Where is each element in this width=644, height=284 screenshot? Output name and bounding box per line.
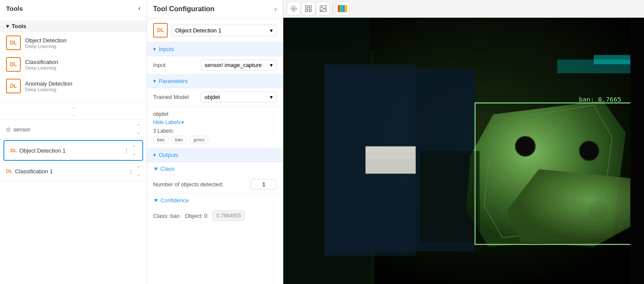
trained-model-chevron-icon: ▾ xyxy=(270,94,273,100)
pipeline-item-classification-1[interactable]: DL Classification 1 ⋮ ⌃⌄ xyxy=(0,162,147,181)
outputs-label: Outputs xyxy=(159,152,179,158)
labels-count: 3 Labels: xyxy=(153,128,277,134)
image-toolbar-button[interactable] xyxy=(316,2,330,16)
svg-rect-32 xyxy=(630,18,644,284)
sensor-row: ⊙ sensor ⌃⌄ xyxy=(0,119,147,139)
svg-rect-8 xyxy=(338,5,340,13)
tools-group-label: Tools xyxy=(12,23,26,29)
tool-selector-value: Object Detection 1 xyxy=(175,27,221,34)
svg-rect-11 xyxy=(345,5,348,13)
tools-section: ▾ Tools DL Object Detection Deep Learnin… xyxy=(0,17,147,100)
left-panel: Tools ‹ ▾ Tools DL Object Detection Deep… xyxy=(0,0,147,284)
confidence-triangle-icon: ▼ xyxy=(153,197,159,204)
input-chevron-icon: ▾ xyxy=(270,62,273,68)
tool-selector-dropdown[interactable]: Object Detection 1 ▾ xyxy=(171,25,277,36)
input-field-value[interactable]: sensor/ image_capture ▾ xyxy=(201,60,277,70)
inputs-label: Inputs xyxy=(159,46,174,52)
confidence-object-label: Object: 0 xyxy=(185,213,207,219)
toolbar-separator xyxy=(333,3,333,15)
input-field-text: sensor/ image_capture xyxy=(205,62,262,68)
pipeline-item-object-detection-1[interactable]: DL Object Detection 1 ⋮ ⌃⌄ xyxy=(3,140,143,161)
inputs-section-header[interactable]: ▾ Inputs xyxy=(147,42,283,56)
config-header: Tool Configuration ‹ xyxy=(147,0,283,19)
left-panel-title: Tools xyxy=(6,5,23,12)
confidence-value: 0.7664655 xyxy=(212,211,245,221)
svg-rect-28 xyxy=(366,161,415,172)
dl-badge-anomaly-detection: DL xyxy=(6,79,21,93)
hide-labels-chevron-icon: ▾ xyxy=(181,119,184,125)
trained-model-value[interactable]: objdet ▾ xyxy=(201,92,277,102)
robot-toolbar-button[interactable] xyxy=(287,2,301,16)
right-panel: ban: 0.7665 xyxy=(283,0,644,284)
sensor-info: ⊙ sensor xyxy=(6,126,30,133)
svg-point-20 xyxy=(579,141,599,161)
config-close-button[interactable]: ‹ xyxy=(275,5,277,13)
outputs-section-header[interactable]: ▾ Outputs xyxy=(147,148,283,162)
tool-info-anomaly-detection: Anomaly Detection Deep Learning xyxy=(25,80,72,92)
pipeline-item-actions-1: ⋮ ⌃⌄ xyxy=(124,144,136,156)
parameters-section-header[interactable]: ▾ Parameters xyxy=(147,74,283,88)
tool-name-object-detection: Object Detection xyxy=(25,37,67,44)
tool-item-classification[interactable]: DL Classification Deep Learning xyxy=(0,54,147,75)
pipeline-expand-2[interactable]: ⌃⌄ xyxy=(136,165,141,177)
detection-scene-svg: ban: 0.7665 xyxy=(283,18,644,284)
trained-model-label: Trained Model xyxy=(153,94,201,100)
tool-item-anomaly-detection[interactable]: DL Anomaly Detection Deep Learning xyxy=(0,75,147,97)
confidence-section: ▼ Confidence Class: ban Object: 0 0.7664… xyxy=(147,194,283,224)
sort-arrows-area xyxy=(0,104,147,119)
inputs-chevron-icon: ▾ xyxy=(153,46,156,52)
image-container: ban: 0.7665 xyxy=(283,18,644,284)
pipeline-item-name-2: Classification 1 xyxy=(15,168,128,175)
input-field-label: Input xyxy=(153,62,201,68)
svg-rect-5 xyxy=(309,10,311,12)
sort-arrows xyxy=(72,107,75,117)
config-dl-badge: DL xyxy=(153,23,168,38)
detection-label-text: ban: 0.7665 xyxy=(579,96,621,103)
dl-badge-object-detection: DL xyxy=(6,35,21,50)
tool-info-classification: Classification Deep Learning xyxy=(25,59,58,70)
tool-selector: DL Object Detection 1 ▾ xyxy=(147,19,283,42)
svg-rect-9 xyxy=(340,5,343,13)
label-tag-gmcc: gmcc xyxy=(189,136,208,144)
sensor-expand-arrows[interactable]: ⌃⌄ xyxy=(136,123,141,135)
left-panel-collapse[interactable]: ‹ xyxy=(138,4,141,12)
pipeline-item-actions-2: ⋮ ⌃⌄ xyxy=(128,165,141,177)
tools-group-header[interactable]: ▾ Tools xyxy=(0,20,147,32)
sensor-icon: ⊙ xyxy=(6,126,11,133)
down-arrow-icon xyxy=(72,112,75,117)
class-body: Number of objects detected: 1 xyxy=(147,176,283,194)
tool-info-object-detection: Object Detection Deep Learning xyxy=(25,37,67,49)
label-tag-ban: ban xyxy=(171,136,187,144)
svg-point-0 xyxy=(293,8,295,10)
labels-tags: tiao ban gmcc xyxy=(153,136,277,144)
confidence-class-label: Class: ban xyxy=(153,213,179,219)
dropdown-chevron-icon: ▾ xyxy=(270,27,273,34)
config-title: Tool Configuration xyxy=(153,5,215,13)
tool-item-object-detection[interactable]: DL Object Detection Deep Learning xyxy=(0,32,147,54)
class-header[interactable]: ▼ Class xyxy=(147,162,283,176)
dl-badge-classification: DL xyxy=(6,57,21,72)
parameters-label: Parameters xyxy=(159,78,188,84)
grid-toolbar-button[interactable] xyxy=(301,2,315,16)
pipeline-expand-1[interactable]: ⌃⌄ xyxy=(132,144,136,156)
hide-labels-button[interactable]: Hide Labels ▾ xyxy=(153,119,184,125)
confidence-header[interactable]: ▼ Confidence xyxy=(147,194,283,207)
svg-point-19 xyxy=(515,136,535,156)
model-name-text: objdet xyxy=(153,111,277,117)
svg-rect-4 xyxy=(305,10,308,12)
svg-rect-25 xyxy=(420,151,480,242)
class-section: ▼ Class Number of objects detected: 1 xyxy=(147,162,283,194)
more-icon-2[interactable]: ⋮ xyxy=(128,168,134,175)
pipeline-dl-badge-2: DL xyxy=(6,169,13,174)
pipeline-item-name-1: Object Detection 1 xyxy=(19,147,124,154)
tool-sub-anomaly-detection: Deep Learning xyxy=(25,87,72,92)
model-info: objdet Hide Labels ▾ 3 Labels: tiao ban … xyxy=(147,106,283,148)
tool-sub-object-detection: Deep Learning xyxy=(25,44,67,49)
more-icon-1[interactable]: ⋮ xyxy=(124,147,129,154)
input-field-row: Input sensor/ image_capture ▾ xyxy=(147,56,283,74)
color-toolbar-button[interactable] xyxy=(336,2,349,16)
num-objects-value: 1 xyxy=(251,179,277,190)
svg-point-1 xyxy=(291,6,296,11)
trained-model-text: objdet xyxy=(205,94,220,100)
left-panel-header: Tools ‹ xyxy=(0,0,147,17)
